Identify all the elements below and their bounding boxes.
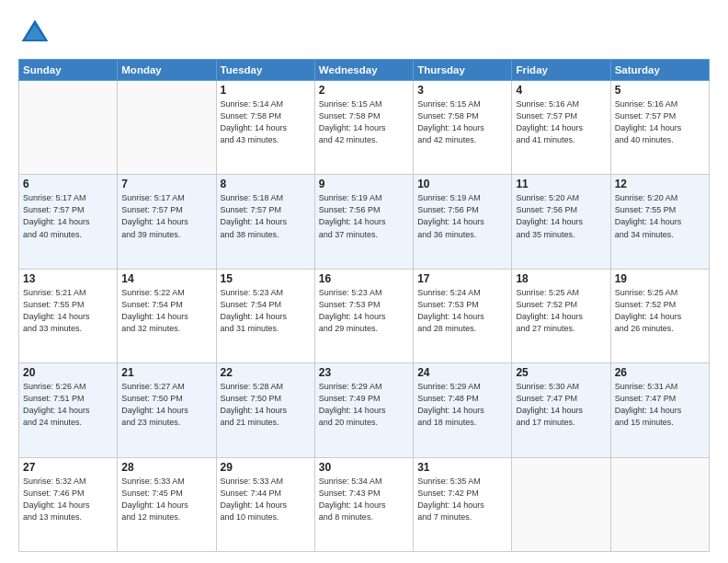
day-info: Sunrise: 5:17 AM Sunset: 7:57 PM Dayligh… [23,192,113,240]
page: SundayMondayTuesdayWednesdayThursdayFrid… [0,0,728,563]
calendar-cell: 6Sunrise: 5:17 AM Sunset: 7:57 PM Daylig… [19,175,118,269]
calendar-cell: 1Sunrise: 5:14 AM Sunset: 7:58 PM Daylig… [216,81,314,175]
day-header-monday: Monday [118,60,216,81]
day-info: Sunrise: 5:15 AM Sunset: 7:58 PM Dayligh… [319,98,409,146]
day-number: 5 [615,84,705,97]
calendar-cell: 17Sunrise: 5:24 AM Sunset: 7:53 PM Dayli… [414,269,512,362]
calendar-cell: 25Sunrise: 5:30 AM Sunset: 7:47 PM Dayli… [512,363,610,457]
day-number: 27 [23,461,113,474]
day-info: Sunrise: 5:17 AM Sunset: 7:57 PM Dayligh… [121,192,211,240]
day-header-thursday: Thursday [414,60,512,81]
day-info: Sunrise: 5:33 AM Sunset: 7:45 PM Dayligh… [121,476,211,523]
day-info: Sunrise: 5:26 AM Sunset: 7:51 PM Dayligh… [23,381,113,429]
day-info: Sunrise: 5:28 AM Sunset: 7:50 PM Dayligh… [221,381,311,429]
calendar-cell [512,457,610,551]
day-info: Sunrise: 5:20 AM Sunset: 7:56 PM Dayligh… [516,192,606,240]
day-number: 30 [319,461,409,474]
calendar-cell: 19Sunrise: 5:25 AM Sunset: 7:52 PM Dayli… [610,269,709,362]
day-number: 16 [319,272,409,285]
calendar-cell: 31Sunrise: 5:35 AM Sunset: 7:42 PM Dayli… [414,457,512,551]
day-number: 18 [516,272,606,285]
calendar-cell: 10Sunrise: 5:19 AM Sunset: 7:56 PM Dayli… [414,175,512,269]
day-header-wednesday: Wednesday [314,60,413,81]
calendar-cell: 12Sunrise: 5:20 AM Sunset: 7:55 PM Dayli… [610,175,709,269]
week-row-1: 6Sunrise: 5:17 AM Sunset: 7:57 PM Daylig… [19,175,710,269]
calendar-cell: 29Sunrise: 5:33 AM Sunset: 7:44 PM Dayli… [216,457,314,551]
calendar-cell: 5Sunrise: 5:16 AM Sunset: 7:57 PM Daylig… [610,81,709,175]
week-row-2: 13Sunrise: 5:21 AM Sunset: 7:55 PM Dayli… [19,269,710,362]
day-number: 10 [417,178,507,190]
day-number: 29 [221,461,311,474]
calendar-cell: 15Sunrise: 5:23 AM Sunset: 7:54 PM Dayli… [216,269,314,362]
calendar-cell: 16Sunrise: 5:23 AM Sunset: 7:53 PM Dayli… [314,269,413,362]
day-number: 4 [516,84,606,97]
day-info: Sunrise: 5:14 AM Sunset: 7:58 PM Dayligh… [221,98,311,146]
day-number: 6 [23,178,113,190]
calendar-cell [610,457,709,551]
day-info: Sunrise: 5:33 AM Sunset: 7:44 PM Dayligh… [221,476,311,523]
day-info: Sunrise: 5:18 AM Sunset: 7:57 PM Dayligh… [221,192,311,240]
calendar-cell: 3Sunrise: 5:15 AM Sunset: 7:58 PM Daylig… [414,81,512,175]
day-info: Sunrise: 5:25 AM Sunset: 7:52 PM Dayligh… [516,287,606,335]
day-number: 19 [615,272,705,285]
day-number: 12 [615,178,705,190]
calendar-cell: 27Sunrise: 5:32 AM Sunset: 7:46 PM Dayli… [19,457,118,551]
day-info: Sunrise: 5:23 AM Sunset: 7:54 PM Dayligh… [221,287,311,335]
week-row-3: 20Sunrise: 5:26 AM Sunset: 7:51 PM Dayli… [19,363,710,457]
day-info: Sunrise: 5:30 AM Sunset: 7:47 PM Dayligh… [516,381,606,429]
day-number: 22 [221,366,311,379]
calendar-cell: 24Sunrise: 5:29 AM Sunset: 7:48 PM Dayli… [414,363,512,457]
day-number: 25 [516,366,606,379]
day-number: 24 [417,366,507,379]
week-row-4: 27Sunrise: 5:32 AM Sunset: 7:46 PM Dayli… [19,457,710,551]
calendar-cell: 26Sunrise: 5:31 AM Sunset: 7:47 PM Dayli… [610,363,709,457]
day-number: 11 [516,178,606,190]
calendar-cell: 23Sunrise: 5:29 AM Sunset: 7:49 PM Dayli… [314,363,413,457]
calendar: SundayMondayTuesdayWednesdayThursdayFrid… [18,59,710,552]
day-header-friday: Friday [512,60,610,81]
day-number: 20 [23,366,113,379]
day-number: 2 [319,84,409,97]
day-number: 1 [221,84,311,97]
calendar-cell: 8Sunrise: 5:18 AM Sunset: 7:57 PM Daylig… [216,175,314,269]
day-header-row: SundayMondayTuesdayWednesdayThursdayFrid… [19,60,710,81]
day-info: Sunrise: 5:25 AM Sunset: 7:52 PM Dayligh… [615,287,705,335]
calendar-cell: 28Sunrise: 5:33 AM Sunset: 7:45 PM Dayli… [118,457,216,551]
day-header-saturday: Saturday [610,60,709,81]
calendar-cell: 7Sunrise: 5:17 AM Sunset: 7:57 PM Daylig… [118,175,216,269]
day-info: Sunrise: 5:32 AM Sunset: 7:46 PM Dayligh… [23,476,113,523]
day-number: 7 [121,178,211,190]
day-info: Sunrise: 5:15 AM Sunset: 7:58 PM Dayligh… [417,98,507,146]
calendar-cell: 13Sunrise: 5:21 AM Sunset: 7:55 PM Dayli… [19,269,118,362]
calendar-cell: 30Sunrise: 5:34 AM Sunset: 7:43 PM Dayli… [314,457,413,551]
calendar-cell: 20Sunrise: 5:26 AM Sunset: 7:51 PM Dayli… [19,363,118,457]
day-number: 23 [319,366,409,379]
day-number: 17 [417,272,507,285]
calendar-cell: 22Sunrise: 5:28 AM Sunset: 7:50 PM Dayli… [216,363,314,457]
header [18,17,710,50]
calendar-cell: 2Sunrise: 5:15 AM Sunset: 7:58 PM Daylig… [314,81,413,175]
day-number: 3 [417,84,507,97]
day-number: 13 [23,272,113,285]
day-info: Sunrise: 5:21 AM Sunset: 7:55 PM Dayligh… [23,287,113,335]
day-header-sunday: Sunday [19,60,118,81]
day-info: Sunrise: 5:22 AM Sunset: 7:54 PM Dayligh… [121,287,211,335]
day-info: Sunrise: 5:19 AM Sunset: 7:56 PM Dayligh… [417,192,507,240]
day-info: Sunrise: 5:24 AM Sunset: 7:53 PM Dayligh… [417,287,507,335]
day-number: 26 [615,366,705,379]
calendar-cell: 14Sunrise: 5:22 AM Sunset: 7:54 PM Dayli… [118,269,216,362]
day-info: Sunrise: 5:29 AM Sunset: 7:49 PM Dayligh… [319,381,409,429]
day-number: 8 [221,178,311,190]
calendar-cell: 4Sunrise: 5:16 AM Sunset: 7:57 PM Daylig… [512,81,610,175]
day-info: Sunrise: 5:16 AM Sunset: 7:57 PM Dayligh… [516,98,606,146]
day-info: Sunrise: 5:20 AM Sunset: 7:55 PM Dayligh… [615,192,705,240]
day-info: Sunrise: 5:23 AM Sunset: 7:53 PM Dayligh… [319,287,409,335]
calendar-cell [118,81,216,175]
day-number: 28 [121,461,211,474]
day-number: 21 [121,366,211,379]
calendar-cell: 18Sunrise: 5:25 AM Sunset: 7:52 PM Dayli… [512,269,610,362]
day-number: 14 [121,272,211,285]
logo [18,17,57,50]
calendar-cell: 11Sunrise: 5:20 AM Sunset: 7:56 PM Dayli… [512,175,610,269]
day-info: Sunrise: 5:31 AM Sunset: 7:47 PM Dayligh… [615,381,705,429]
